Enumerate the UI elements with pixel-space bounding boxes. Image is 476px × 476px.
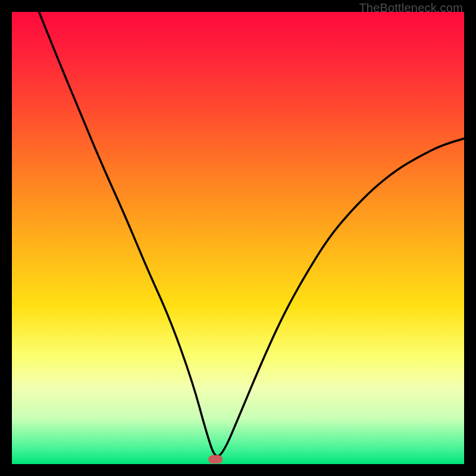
bottleneck-curve [12, 12, 464, 464]
chart-frame: TheBottleneck.com [0, 0, 476, 476]
optimal-point-marker [208, 455, 223, 464]
curve-path [39, 12, 464, 456]
plot-area [12, 12, 464, 464]
